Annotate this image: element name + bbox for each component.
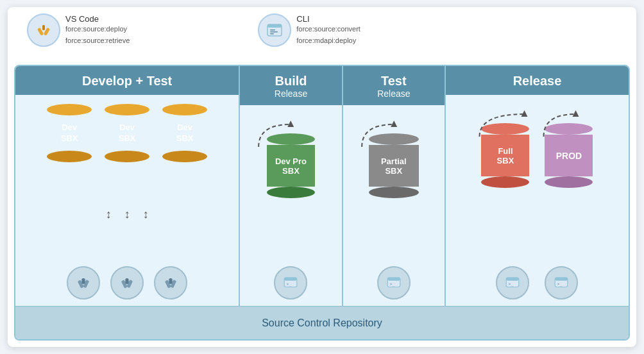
svg-text:>_: >_: [287, 282, 292, 287]
dev-tool-3: [154, 266, 187, 299]
arrow-2: ↕: [124, 208, 130, 220]
cli-annotation: CLI force:source:convert force:mdapi:dep…: [258, 13, 360, 47]
svg-rect-7: [270, 33, 274, 35]
test-terminal: >_: [377, 266, 411, 299]
phases-container: Develop + Test DevSBX DevSBX: [15, 66, 629, 339]
phase-test: Test Release PartialSBX: [343, 66, 446, 339]
release-terminal-1: >_: [496, 266, 529, 299]
build-header: Build Release: [240, 66, 341, 105]
dev-sbx-2: DevSBX: [105, 104, 149, 162]
vscode-text: VS Code force:source:deploy force:source…: [65, 14, 130, 46]
dev-tool-1: [67, 266, 100, 299]
svg-rect-10: [82, 278, 85, 284]
develop-content: DevSBX DevSBX DevSBX: [15, 95, 239, 339]
test-header: Test Release: [343, 66, 445, 105]
build-content: Dev ProSBX >_: [240, 105, 341, 339]
source-control-bar: Source Control Repository: [15, 306, 629, 339]
phase-release: Release FullSBX: [446, 66, 629, 339]
dev-sbx-1: DevSBX: [47, 104, 92, 162]
arrow-1: ↕: [106, 208, 112, 220]
svg-rect-2: [42, 25, 45, 30]
cli-icon: [258, 13, 291, 47]
svg-text:>_: >_: [389, 282, 394, 287]
dev-sbx-row: DevSBX DevSBX DevSBX: [47, 104, 207, 162]
svg-marker-25: [521, 110, 527, 117]
dev-tool-2: [110, 266, 144, 299]
dev-sbx-3: DevSBX: [162, 104, 207, 162]
svg-rect-5: [270, 30, 275, 31]
vscode-icon: [27, 13, 60, 47]
test-tools: >_: [377, 266, 411, 299]
svg-rect-23: [387, 278, 400, 281]
release-terminal-2: >_: [545, 266, 578, 299]
svg-marker-26: [572, 110, 579, 117]
release-content: FullSBX PROD: [446, 95, 629, 339]
test-content: PartialSBX >_: [343, 105, 445, 339]
develop-header: Develop + Test: [15, 66, 239, 95]
svg-rect-16: [169, 278, 173, 284]
diagram-area: Develop + Test DevSBX DevSBX: [14, 65, 630, 341]
phase-develop: Develop + Test DevSBX DevSBX: [15, 66, 240, 339]
build-terminal: >_: [274, 266, 307, 299]
test-dashed-arrow: [343, 112, 445, 150]
svg-rect-19: [285, 278, 298, 281]
svg-rect-31: [555, 278, 568, 281]
svg-marker-21: [391, 121, 397, 127]
build-dashed-arrow: [240, 112, 341, 150]
cli-text: CLI force:source:convert force:mdapi:dep…: [296, 14, 360, 46]
release-dashed-arrows: [446, 101, 629, 140]
svg-rect-13: [126, 278, 129, 284]
phase-build: Build Release Dev ProSBX: [240, 66, 343, 339]
svg-text:>_: >_: [509, 282, 514, 287]
svg-text:>_: >_: [557, 282, 563, 287]
svg-marker-17: [287, 121, 294, 127]
vscode-annotation: VS Code force:source:deploy force:source…: [27, 13, 130, 47]
dev-tools-row: [67, 266, 187, 299]
dev-arrows: ↕ ↕ ↕: [106, 208, 149, 220]
top-annotations: VS Code force:source:deploy force:source…: [8, 7, 636, 65]
arrow-3: ↕: [143, 208, 149, 220]
build-tools: >_: [274, 266, 307, 299]
svg-rect-6: [270, 31, 278, 33]
svg-rect-28: [507, 278, 520, 281]
svg-rect-4: [267, 24, 282, 28]
release-header: Release: [446, 66, 629, 95]
main-container: VS Code force:source:deploy force:source…: [8, 7, 636, 347]
release-tools: >_ >_: [496, 266, 578, 299]
